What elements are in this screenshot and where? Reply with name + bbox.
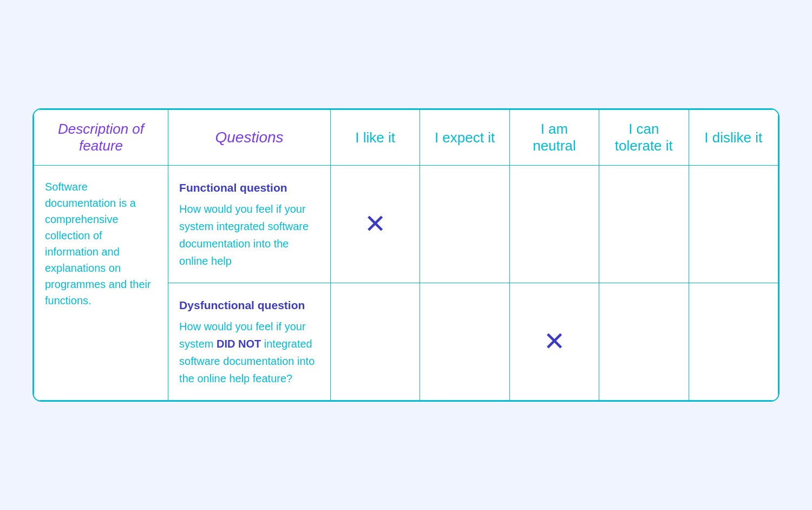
- dysfunctional-tolerate-cell[interactable]: [599, 283, 689, 401]
- header-questions: Questions: [168, 110, 331, 166]
- dysfunctional-expect-cell[interactable]: [420, 283, 509, 401]
- dysfunctional-question-title: Dysfunctional question: [179, 296, 319, 315]
- header-description: Description of feature: [34, 110, 168, 166]
- dysfunctional-question-bold: DID NOT: [217, 338, 261, 350]
- dysfunctional-like-cell[interactable]: [330, 283, 420, 401]
- dysfunctional-neutral-cell[interactable]: ✕: [509, 283, 599, 401]
- kano-table: Description of feature Questions I like …: [32, 108, 780, 401]
- x-mark-neutral: ✕: [543, 329, 565, 355]
- header-like: I like it: [330, 110, 420, 166]
- functional-question-cell: Functional question How would you feel i…: [168, 166, 331, 283]
- header-dislike: I dislike it: [689, 110, 778, 166]
- x-mark-like: ✕: [364, 211, 386, 237]
- functional-question-title: Functional question: [179, 179, 319, 197]
- header-expect: I expect it: [420, 110, 509, 166]
- functional-neutral-cell[interactable]: [509, 166, 599, 283]
- feature-description: Software documentation is a comprehensiv…: [34, 166, 168, 400]
- functional-like-cell[interactable]: ✕: [330, 166, 420, 283]
- functional-tolerate-cell[interactable]: [599, 166, 689, 283]
- header-neutral: I am neutral: [509, 110, 599, 166]
- header-tolerate: I can tolerate it: [599, 110, 689, 166]
- dysfunctional-dislike-cell[interactable]: [689, 283, 778, 401]
- functional-dislike-cell[interactable]: [689, 166, 778, 283]
- functional-question-body: How would you feel if your system integr…: [179, 203, 309, 267]
- functional-expect-cell[interactable]: [420, 166, 509, 283]
- dysfunctional-question-cell: Dysfunctional question How would you fee…: [168, 283, 331, 401]
